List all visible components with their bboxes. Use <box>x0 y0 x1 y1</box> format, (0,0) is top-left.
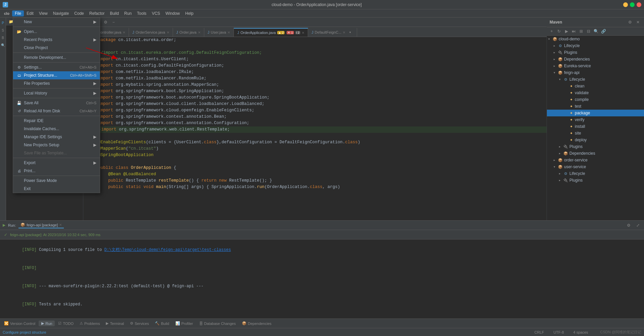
menu-exit[interactable]: Exit <box>13 185 100 193</box>
console-output[interactable]: [INFO] Compiling 1 source file to D:\文档\… <box>0 239 644 328</box>
status-encoding[interactable]: UTF-8 <box>553 330 564 334</box>
menu-settings[interactable]: ⚙ Settings... Ctrl+Alt+S <box>13 63 100 71</box>
maven-goal-install[interactable]: ✦ install <box>547 123 644 130</box>
maven-goal-clean[interactable]: ✦ clean <box>547 83 644 89</box>
menu-vcs[interactable]: VCS <box>149 10 163 16</box>
menu-file[interactable]: File <box>12 10 24 16</box>
maven-plugins[interactable]: ▸ 🔌 Plugins <box>547 49 644 56</box>
maven-skip-btn[interactable]: ⏭ <box>570 28 577 35</box>
maven-dependencies[interactable]: ▸ 📦 Dependencies <box>547 56 644 63</box>
maven-settings-btn[interactable]: ⚙ <box>627 19 633 26</box>
menu-window[interactable]: Window <box>163 10 183 16</box>
tab-close[interactable]: ✕ <box>198 31 201 34</box>
toolbar-btn-settings[interactable]: ⚙ <box>102 19 109 26</box>
tab-close[interactable]: ✕ <box>123 31 125 34</box>
maven-goal-verify[interactable]: ✦ verify <box>547 116 644 123</box>
menu-local-history[interactable]: Local History ▶ <box>13 89 100 97</box>
maven-refresh-btn[interactable]: ↻ <box>556 28 562 35</box>
menu-invalidate-caches[interactable]: Invalidate Caches... <box>13 125 100 133</box>
tab-build[interactable]: 🔨 Build <box>152 321 172 326</box>
maven-user-service[interactable]: ▾ 📦 user-service <box>547 163 644 170</box>
run-settings-btn[interactable]: ⚙ <box>625 222 632 229</box>
maven-cloud-demo[interactable]: ▾ 📦 cloud-demo <box>547 36 644 42</box>
window-controls[interactable] <box>623 2 641 7</box>
menu-save-all[interactable]: 💾 Save All Ctrl+S <box>13 99 100 107</box>
maven-collapse-btn[interactable]: ⊟ <box>585 28 592 35</box>
maven-goal-compile[interactable]: ✦ compile <box>547 96 644 103</box>
maven-eureka[interactable]: ▸ 📦 Eureka-service <box>547 63 644 69</box>
maven-goal-site[interactable]: ✦ site <box>547 130 644 137</box>
menu-print[interactable]: 🖨 Print... <box>13 167 100 175</box>
maven-search-btn[interactable]: 🔍 <box>593 28 599 35</box>
menu-navigate[interactable]: Navigate <box>50 10 72 16</box>
tab-user[interactable]: J User.java ✕ <box>204 28 234 37</box>
console-link[interactable]: D:\文档\Temp\cloud-demo\feign-api\target\t… <box>104 248 231 252</box>
maven-goal-test[interactable]: ✦ test <box>547 103 644 110</box>
tab-profiler[interactable]: 📊 Profiler <box>173 321 196 326</box>
run-tab-close[interactable]: ✕ <box>59 223 62 227</box>
menu-code[interactable]: Code <box>72 10 87 16</box>
maven-feign-plugins[interactable]: ▸ 🔌 Plugins <box>547 143 644 150</box>
menu-recent-projects[interactable]: Recent Projects ▶ <box>13 36 100 44</box>
maven-run-btn[interactable]: ▶ <box>563 28 570 35</box>
maximize-button[interactable] <box>630 2 635 7</box>
tab-close[interactable]: ✕ <box>167 31 169 34</box>
menu-app[interactable]: clo <box>1 11 12 16</box>
maven-lifecycle[interactable]: ▸ ⚙ Lifecycle <box>547 42 644 49</box>
menu-power-save[interactable]: Power Save Mode <box>13 177 100 185</box>
maven-goal-deploy[interactable]: ✦ deploy <box>547 137 644 143</box>
maven-feign-api[interactable]: ▾ 📦 feign-api <box>547 69 644 76</box>
menu-manage-ide[interactable]: Manage IDE Settings ▶ <box>13 133 100 141</box>
menu-refactor[interactable]: Refactor <box>87 10 107 16</box>
maven-user-lifecycle[interactable]: ▸ ⚙ Lifecycle <box>547 170 644 177</box>
toolbar-btn-minus[interactable]: − <box>110 19 117 26</box>
maven-goal-validate[interactable]: ✦ validate <box>547 89 644 96</box>
maven-user-plugins[interactable]: ▸ 🔌 Plugins <box>547 177 644 184</box>
run-expand-btn[interactable]: ⤢ <box>635 222 641 229</box>
menu-new[interactable]: New ▶ <box>13 18 100 26</box>
maven-goal-package[interactable]: ✦ package <box>547 110 644 116</box>
tab-dependencies[interactable]: 📦 Dependencies <box>239 321 274 326</box>
maven-link-btn[interactable]: 🔗 <box>600 28 607 35</box>
close-button[interactable] <box>637 2 641 7</box>
tab-orderapplication[interactable]: J OrderApplication.java ▲ 2 ✕ 1 i 2 ✕ <box>234 28 308 37</box>
status-configure[interactable]: Configure project structure <box>3 330 46 334</box>
menu-reload[interactable]: ↺ Reload All from Disk Ctrl+Alt+Y <box>13 107 100 115</box>
maven-add-btn[interactable]: + <box>548 28 555 35</box>
maven-close-btn[interactable]: ✕ <box>635 19 641 26</box>
tab-order[interactable]: J Order.java ✕ <box>173 28 204 37</box>
status-crlf[interactable]: CRLF <box>534 330 544 334</box>
tab-dropdown[interactable]: ▾ <box>347 29 353 36</box>
menu-run[interactable]: Run <box>122 10 134 16</box>
tab-close[interactable]: ✕ <box>343 31 345 34</box>
status-indent[interactable]: 4 spaces <box>573 330 588 334</box>
tab-defaultfeign[interactable]: J DefaultFeignC... ✕ ▾ <box>308 28 357 37</box>
project-icon[interactable]: P <box>0 20 6 26</box>
tab-services[interactable]: ⚙ Services <box>127 321 152 326</box>
tab-db-changes[interactable]: 🗄 Database Changes <box>197 321 239 326</box>
tab-problems[interactable]: ⚠ Problems <box>77 321 102 326</box>
tab-todo[interactable]: ☑ TODO <box>55 321 76 326</box>
tab-close[interactable]: ✕ <box>302 31 304 35</box>
tab-version-control[interactable]: 🔀 Version Control <box>1 321 38 326</box>
tab-run[interactable]: ▶ Run <box>39 321 55 326</box>
menu-project-structure[interactable]: 🗂 Project Structure... Ctrl+Alt+Shift+S <box>13 71 100 79</box>
maven-feign-lifecycle[interactable]: ▾ ⚙ Lifecycle <box>547 76 644 83</box>
structure-icon[interactable]: S <box>0 28 6 33</box>
menu-view[interactable]: View <box>36 10 50 16</box>
menu-tools[interactable]: Tools <box>134 10 149 16</box>
maven-order-service[interactable]: ▸ 📦 order-service <box>547 157 644 163</box>
menu-build[interactable]: Build <box>107 10 122 16</box>
menu-edit[interactable]: Edit <box>24 10 36 16</box>
run-tab-feign[interactable]: 📦 feign-api [package] ✕ <box>18 222 64 228</box>
tab-terminal[interactable]: ▶ Terminal <box>103 321 127 326</box>
menu-open[interactable]: 📂 Open... <box>13 28 100 36</box>
minimize-button[interactable] <box>623 2 628 7</box>
maven-feign-deps[interactable]: ▸ 📦 Dependencies <box>547 150 644 157</box>
bookmarks-icon[interactable]: B <box>0 35 6 40</box>
code-editor[interactable]: 1 package cn.itcast.eureka.order; 2 3 //… <box>83 37 547 220</box>
menu-file-properties[interactable]: File Properties ▶ <box>13 79 100 87</box>
menu-repair-ide[interactable]: Repair IDE <box>13 117 100 125</box>
tab-orderservice[interactable]: J OrderService.java ✕ <box>129 28 173 37</box>
menu-export[interactable]: Export ▶ <box>13 159 100 167</box>
